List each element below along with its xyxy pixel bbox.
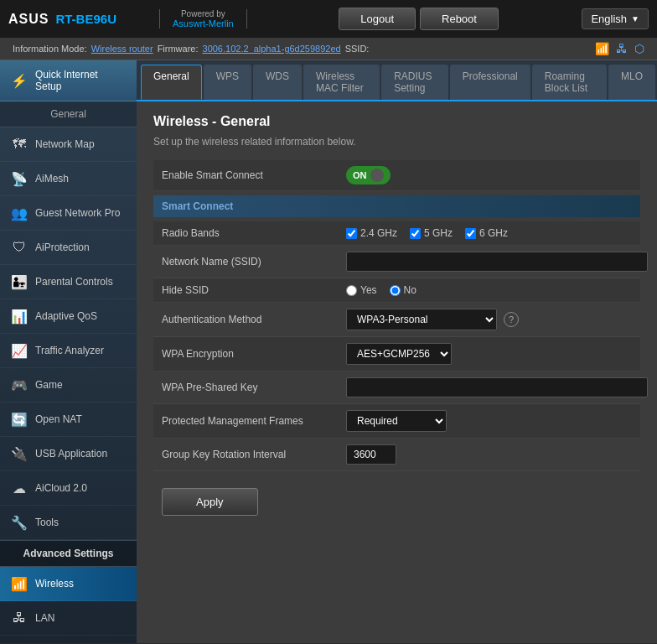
info-bar-icons: 📶 🖧 ⬡ [595,42,644,55]
apply-button[interactable]: Apply [162,488,258,516]
sidebar-item-wan[interactable]: 🌐 WAN [0,636,137,643]
hide-ssid-yes[interactable]: Yes [346,284,377,296]
language-label: English [591,13,627,25]
sidebar-label-guest-network: Guest Network Pro [35,207,120,219]
sidebar-label-aimesh: AiMesh [35,173,69,184]
sidebar-item-traffic-analyzer[interactable]: 📈 Traffic Analyzer [0,334,137,368]
powered-by-text: Powered by [181,9,225,18]
powered-by: Powered by Asuswrt-Merlin [159,9,247,29]
toggle-knob [370,169,384,182]
sidebar-item-usb-application[interactable]: 🔌 USB Application [0,437,137,471]
router-icon: 🖧 [616,42,628,55]
tabs-bar: General WPS WDS Wireless MAC Filter RADI… [137,60,657,101]
wpa-key-label: WPA Pre-Shared Key [162,382,346,393]
mode-label: Information Mode: [13,44,87,54]
group-key-label: Group Key Rotation Interval [162,449,346,460]
sidebar-item-aimesh[interactable]: 📡 AiMesh [0,162,137,196]
tab-mlo[interactable]: MLO [608,65,655,100]
radio-band-5g-checkbox[interactable] [410,228,421,239]
radio-band-2g-checkbox[interactable] [346,228,357,239]
reboot-button[interactable]: Reboot [420,8,499,30]
quick-internet-icon: ⚡ [10,71,28,90]
sidebar-label-aicloud: AiCloud 2.0 [35,482,87,494]
pmf-select[interactable]: Required Optional Disabled [346,410,447,432]
auth-method-select[interactable]: WPA3-Personal WPA2-Personal WPA-Personal… [346,309,497,330]
firmware-link[interactable]: 3006.102.2_alpha1-g6d259892ed [203,44,341,54]
info-bar: Information Mode: Wireless router Firmwa… [0,38,657,60]
guest-network-icon: 👥 [10,204,28,222]
sidebar-item-tools[interactable]: 🔧 Tools [0,506,137,540]
tab-general[interactable]: General [141,65,202,100]
hide-ssid-yes-label: Yes [360,284,377,296]
tab-professional[interactable]: Professional [450,65,530,100]
auth-method-row: Authentication Method WPA3-Personal WPA2… [153,303,640,337]
wpa-encryption-value: AES+GCMP256 AES TKIP+AES [346,343,632,365]
chevron-down-icon: ▼ [631,14,639,23]
advanced-settings-title: Advanced Settings [0,540,137,567]
sidebar-item-quick-internet[interactable]: ⚡ Quick Internet Setup [0,60,137,101]
radio-band-6g-checkbox[interactable] [465,228,476,239]
open-nat-icon: 🔄 [10,410,28,428]
wifi-icon: 📶 [595,42,609,55]
auth-method-label: Authentication Method [162,314,346,325]
parental-controls-icon: 👨‍👧 [10,273,28,291]
tab-wds[interactable]: WDS [253,65,302,100]
logout-button[interactable]: Logout [339,8,416,30]
ssid-input[interactable] [346,252,648,272]
sidebar-item-network-map[interactable]: 🗺 Network Map [0,127,137,162]
adaptive-qos-icon: 📊 [10,307,28,325]
firmware-label: Firmware: [158,44,199,54]
hide-ssid-no[interactable]: No [390,284,416,296]
aicloud-icon: ☁ [10,479,28,497]
sidebar-label-network-map: Network Map [35,138,95,150]
wpa-key-input[interactable] [346,377,648,397]
sidebar-item-parental-controls[interactable]: 👨‍👧 Parental Controls [0,265,137,299]
smart-connect-label: Enable Smart Connect [162,169,346,181]
group-key-input[interactable] [346,444,396,465]
hide-ssid-no-radio[interactable] [390,285,401,296]
sidebar-label-open-nat: Open NAT [35,413,82,425]
tab-radius-setting[interactable]: RADIUS Setting [381,65,448,100]
merlin-text: Asuswrt-Merlin [173,18,234,29]
page-title: Wireless - General [153,114,640,129]
mode-link[interactable]: Wireless router [91,44,153,54]
sidebar-item-wireless[interactable]: 📶 Wireless [0,567,137,601]
sidebar-item-guest-network[interactable]: 👥 Guest Network Pro [0,196,137,231]
wpa-encryption-select[interactable]: AES+GCMP256 AES TKIP+AES [346,343,452,365]
usb-icon: ⬡ [634,42,644,55]
tab-wireless-mac-filter[interactable]: Wireless MAC Filter [303,65,380,100]
smart-connect-toggle[interactable]: ON [346,166,391,184]
logo-area: ASUS RT-BE96U [8,12,151,27]
sidebar-item-aicloud[interactable]: ☁ AiCloud 2.0 [0,471,137,506]
sidebar-label-parental-controls: Parental Controls [35,276,113,288]
radio-band-2g[interactable]: 2.4 GHz [346,227,397,239]
hide-ssid-row: Hide SSID Yes No [153,278,640,303]
sidebar-item-open-nat[interactable]: 🔄 Open NAT [0,402,137,437]
pmf-value: Required Optional Disabled [346,410,632,432]
sidebar-item-lan[interactable]: 🖧 LAN [0,601,137,636]
header-buttons: Logout Reboot [256,8,582,30]
apply-row: Apply [153,471,640,520]
sidebar-item-aiprotection[interactable]: 🛡 AiProtection [0,231,137,265]
tools-icon: 🔧 [10,513,28,532]
wireless-icon: 📶 [10,574,28,593]
top-header: ASUS RT-BE96U Powered by Asuswrt-Merlin … [0,0,657,38]
sidebar-item-adaptive-qos[interactable]: 📊 Adaptive QoS [0,299,137,334]
wpa-encryption-label: WPA Encryption [162,348,346,360]
ssid-label: Network Name (SSID) [162,256,346,267]
auth-method-help-icon[interactable]: ? [504,312,519,327]
auth-method-value: WPA3-Personal WPA2-Personal WPA-Personal… [346,309,632,330]
radio-band-5g[interactable]: 5 GHz [410,227,453,239]
quick-internet-label: Quick Internet Setup [35,69,127,92]
language-selector[interactable]: English ▼ [582,8,649,29]
tab-roaming-block-list[interactable]: Roaming Block List [532,65,607,100]
content-area: General WPS WDS Wireless MAC Filter RADI… [137,60,657,643]
tab-wps[interactable]: WPS [204,65,251,100]
radio-bands-row: Radio Bands 2.4 GHz 5 GHz 6 GHz [153,221,640,246]
hide-ssid-yes-radio[interactable] [346,285,357,296]
group-key-row: Group Key Rotation Interval [153,439,640,471]
radio-band-6g[interactable]: 6 GHz [465,227,508,239]
sidebar-item-game[interactable]: 🎮 Game [0,368,137,402]
radio-band-6g-label: 6 GHz [479,227,508,239]
sidebar-label-tools: Tools [35,517,59,528]
